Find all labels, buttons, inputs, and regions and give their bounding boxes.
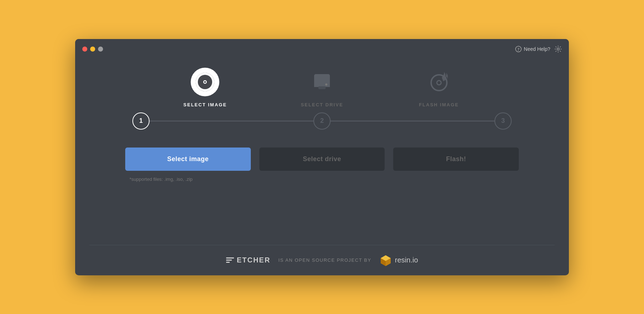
resin-name: resin.io	[395, 256, 418, 264]
supported-files: *supported files: .img, .iso, .zip	[125, 177, 519, 182]
svg-rect-12	[314, 82, 330, 87]
resin-logo: resin.io	[379, 254, 418, 267]
app-window: ? Need Help?	[75, 39, 569, 275]
select-drive-icon-circle	[308, 68, 336, 96]
step-3-label: FLASH IMAGE	[419, 102, 459, 107]
etcher-line-1	[226, 257, 234, 259]
etcher-speed-lines	[226, 257, 234, 263]
svg-point-8	[204, 81, 206, 83]
window-controls	[82, 47, 103, 52]
titlebar: ? Need Help?	[75, 39, 569, 57]
step-3-circle: 3	[494, 112, 512, 130]
buttons-row: Select image Select drive Flash!	[125, 148, 519, 171]
footer: ETCHER IS AN OPEN SOURCE PROJECT BY resi…	[75, 245, 569, 275]
select-drive-button[interactable]: Select drive	[259, 148, 385, 171]
step-select-drive: SELECT DRIVE	[264, 68, 381, 107]
drive-icon	[311, 71, 333, 93]
close-button[interactable]	[82, 47, 87, 52]
etcher-line-3	[226, 262, 230, 263]
step-2-label: SELECT DRIVE	[301, 102, 343, 107]
etcher-line-2	[226, 260, 232, 261]
flash-icon	[426, 71, 452, 93]
resin-cube-icon	[379, 254, 392, 267]
svg-text:?: ?	[517, 47, 519, 52]
svg-rect-13	[318, 86, 326, 89]
maximize-button[interactable]	[98, 47, 103, 52]
step-2-circle: 2	[313, 112, 331, 130]
etcher-logo: ETCHER	[226, 256, 270, 264]
icons-row: SELECT IMAGE	[125, 68, 519, 107]
etcher-name: ETCHER	[237, 256, 270, 264]
svg-point-2	[557, 48, 559, 50]
help-label: Need Help?	[524, 46, 550, 52]
svg-point-16	[437, 81, 441, 85]
help-link[interactable]: ? Need Help?	[515, 46, 550, 52]
flash-image-icon-circle	[425, 68, 453, 96]
step-1-label: SELECT IMAGE	[184, 102, 227, 107]
steps-area: SELECT IMAGE	[125, 68, 519, 196]
minimize-button[interactable]	[90, 47, 95, 52]
step-flash-image: FLASH IMAGE	[380, 68, 497, 107]
progress-line-1	[150, 121, 313, 121]
settings-icon[interactable]	[555, 45, 562, 53]
progress-row: 1 2 3	[125, 112, 519, 130]
select-image-button[interactable]: Select image	[125, 148, 251, 171]
svg-point-14	[325, 83, 327, 86]
flash-button[interactable]: Flash!	[393, 148, 519, 171]
step-select-image: SELECT IMAGE	[147, 68, 264, 107]
cd-icon	[195, 72, 215, 92]
footer-tagline: IS AN OPEN SOURCE PROJECT BY	[278, 257, 371, 263]
step-1-circle: 1	[132, 112, 150, 130]
main-content: SELECT IMAGE	[75, 57, 569, 245]
progress-line-2	[331, 121, 494, 121]
select-image-icon-circle	[191, 68, 219, 96]
help-icon: ?	[515, 46, 522, 52]
titlebar-right: ? Need Help?	[515, 45, 562, 53]
